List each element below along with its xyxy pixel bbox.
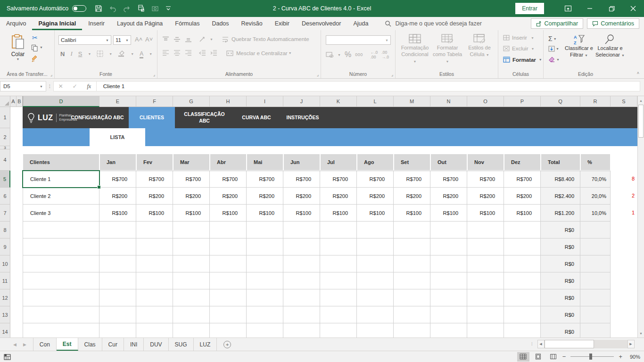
cell-empty[interactable]: [247, 323, 283, 337]
bold-button[interactable]: N: [60, 50, 65, 58]
cell-percent[interactable]: 70,0%: [580, 171, 611, 188]
ribbon-tab-página-inicial[interactable]: Página Inicial: [32, 17, 82, 30]
cell-month[interactable]: R$100: [467, 205, 504, 222]
cell-empty[interactable]: [99, 222, 136, 239]
cell-month[interactable]: R$200: [173, 188, 210, 205]
align-left-icon[interactable]: [162, 50, 169, 56]
cell-empty[interactable]: [23, 306, 99, 323]
cell-empty[interactable]: [136, 239, 173, 255]
cell-client[interactable]: Cliente 1: [23, 171, 99, 188]
column-header-O[interactable]: O: [467, 96, 504, 107]
cell-empty[interactable]: [580, 306, 611, 323]
cell-empty[interactable]: [580, 289, 611, 306]
print-preview-icon[interactable]: [137, 5, 145, 12]
cell-month[interactable]: R$700: [467, 171, 504, 188]
insert-function-icon[interactable]: fx: [82, 83, 96, 90]
cell-empty[interactable]: [283, 255, 320, 272]
cell-month[interactable]: R$700: [136, 171, 173, 188]
cell-empty[interactable]: [394, 272, 430, 289]
format-painter-button[interactable]: [31, 55, 39, 62]
cell-empty[interactable]: R$0: [541, 272, 580, 289]
row-header-9[interactable]: 9: [0, 239, 10, 255]
cell-total[interactable]: R$8.400: [541, 171, 580, 188]
column-header-D[interactable]: D: [23, 96, 99, 107]
table-header-jan[interactable]: Jan: [100, 154, 136, 170]
select-all-corner[interactable]: [0, 96, 10, 107]
table-header-jun[interactable]: Jun: [284, 154, 320, 170]
alignment-dialog-launcher[interactable]: ⌟: [317, 72, 319, 77]
cell-empty[interactable]: [283, 306, 320, 323]
page-break-view-button[interactable]: [547, 352, 560, 362]
cell-empty[interactable]: [23, 289, 99, 306]
name-box[interactable]: D5▼: [0, 81, 46, 91]
row-header-14[interactable]: 14: [0, 323, 10, 337]
cell-empty[interactable]: [467, 306, 504, 323]
comments-button[interactable]: Comentários: [587, 18, 639, 29]
cell-empty[interactable]: R$0: [541, 323, 580, 337]
undo-icon[interactable]: [109, 5, 116, 12]
cell-empty[interactable]: [320, 239, 357, 255]
cell-empty[interactable]: [467, 255, 504, 272]
cell-client[interactable]: Cliente 3: [23, 205, 99, 222]
cell-month[interactable]: R$100: [99, 205, 136, 222]
restore-button[interactable]: [601, 0, 622, 17]
increase-font-icon[interactable]: A˄: [135, 36, 142, 43]
cell-empty[interactable]: [99, 255, 136, 272]
table-header-abr[interactable]: Abr: [210, 154, 246, 170]
column-header-S[interactable]: S: [611, 96, 637, 107]
cell-empty[interactable]: [504, 289, 541, 306]
cell-empty[interactable]: R$0: [541, 255, 580, 272]
cell-month[interactable]: R$200: [99, 188, 136, 205]
ribbon-tab-arquivo[interactable]: Arquivo: [0, 17, 32, 30]
column-header-M[interactable]: M: [394, 96, 430, 107]
font-size-select[interactable]: 11▼: [113, 35, 131, 45]
align-bottom-icon[interactable]: [185, 36, 192, 42]
row-header-7[interactable]: 7: [0, 205, 10, 222]
font-color-button[interactable]: A: [140, 50, 143, 57]
cell-month[interactable]: R$200: [210, 188, 247, 205]
cell-empty[interactable]: [23, 272, 99, 289]
cell-empty[interactable]: [23, 222, 99, 239]
cell-month[interactable]: R$700: [357, 171, 394, 188]
cell-empty[interactable]: [357, 323, 394, 337]
nav-tab-instrucoes[interactable]: INSTRUÇÕES: [279, 107, 326, 128]
nav-tab-clientes[interactable]: CLIENTES: [129, 107, 175, 128]
page-layout-view-button[interactable]: [532, 352, 545, 362]
cell-month[interactable]: R$200: [247, 188, 283, 205]
tell-me-search[interactable]: Diga-me o que você deseja fazer: [385, 20, 481, 27]
merge-center-button[interactable]: Mesclar e Centralizar ▼: [226, 50, 292, 56]
ribbon-tab-inserir[interactable]: Inserir: [82, 17, 111, 30]
align-center-icon[interactable]: [173, 50, 181, 56]
cell-empty[interactable]: [173, 239, 210, 255]
scroll-left-icon[interactable]: ◀: [537, 340, 545, 348]
share-button[interactable]: Compartilhar: [531, 18, 584, 29]
scroll-right-icon[interactable]: ▶: [627, 340, 635, 348]
cell-empty[interactable]: [394, 255, 430, 272]
cell-empty[interactable]: [580, 323, 611, 337]
cell-empty[interactable]: [394, 289, 430, 306]
column-header-G[interactable]: G: [173, 96, 210, 107]
row-header-5[interactable]: 5: [0, 171, 10, 188]
cell-empty[interactable]: [247, 255, 283, 272]
sheet-tab-luz[interactable]: LUZ: [194, 338, 217, 351]
vertical-scrollbar[interactable]: ▲ ▼: [637, 96, 644, 337]
align-top-icon[interactable]: [162, 36, 169, 42]
cell-month[interactable]: R$200: [467, 188, 504, 205]
cell-month[interactable]: R$200: [357, 188, 394, 205]
number-dialog-launcher[interactable]: ⌟: [391, 72, 393, 77]
cell-empty[interactable]: [210, 306, 247, 323]
insert-cells-button[interactable]: Inserir▼: [503, 35, 534, 41]
horizontal-scrollbar-thumb[interactable]: [545, 340, 594, 348]
table-header-mar[interactable]: Mar: [173, 154, 209, 170]
cut-button[interactable]: ✂: [32, 34, 38, 41]
row-header-4[interactable]: 4: [0, 149, 10, 171]
cell-empty[interactable]: [320, 306, 357, 323]
cell-empty[interactable]: [394, 306, 430, 323]
cell-month[interactable]: R$200: [504, 188, 541, 205]
cell-empty[interactable]: [99, 289, 136, 306]
cell-empty[interactable]: [357, 272, 394, 289]
sheet-tab-clas[interactable]: Clas: [78, 338, 102, 351]
cell-percent[interactable]: 20,0%: [580, 188, 611, 205]
fill-button[interactable]: ▼: [548, 46, 559, 52]
sheet-tab-sug[interactable]: SUG: [169, 338, 194, 351]
